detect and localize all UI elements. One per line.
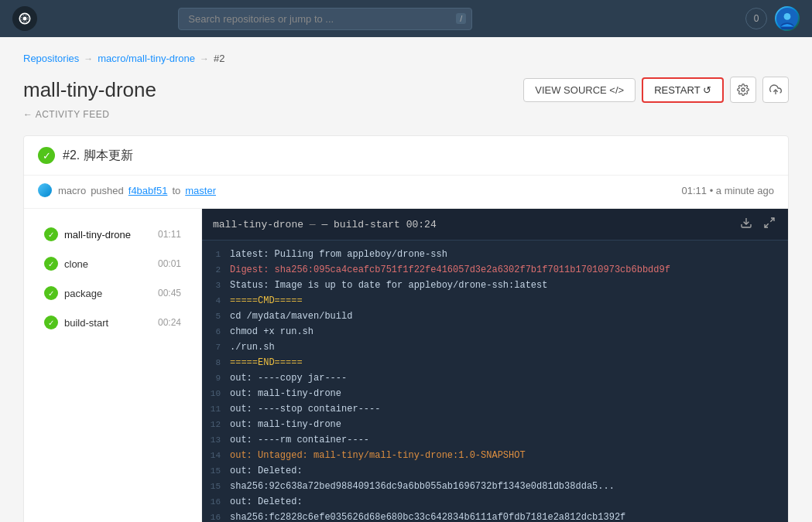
breadcrumb-repositories[interactable]: Repositories [23, 53, 79, 64]
avatar[interactable] [775, 6, 800, 31]
log-line: 4=====CMD===== [202, 293, 788, 309]
log-line: 11out: ----stop container---- [202, 401, 788, 417]
log-line-number: 15 [202, 479, 230, 493]
log-line-text: out: ----stop container---- [230, 402, 380, 416]
log-line-number: 13 [202, 433, 230, 447]
build-card: ✓ #2. 脚本更新 macro pushed f4babf51 to mast… [23, 135, 789, 522]
step-item-package[interactable]: ✓ package 00:45 [36, 280, 189, 306]
header-actions: VIEW SOURCE </> RESTART ↺ [523, 77, 789, 103]
restart-label: RESTART ↺ [654, 84, 711, 96]
log-line-text: out: Untagged: mall-tiny/mall-tiny-drone… [230, 449, 526, 462]
log-line-number: 14 [202, 449, 230, 462]
build-meta-left: macro pushed f4babf51 to master [38, 183, 216, 197]
svg-line-9 [770, 218, 774, 222]
log-line: 5cd /mydata/maven/build [202, 309, 788, 324]
log-line: 16sha256:fc2828c6efe035626d68e680bc33c64… [202, 510, 788, 522]
build-meta: macro pushed f4babf51 to master 01:11 • … [24, 176, 788, 208]
step-left: ✓ package [44, 286, 102, 300]
step-time: 00:45 [158, 288, 181, 299]
log-line: 13out: ----rm container---- [202, 432, 788, 448]
activity-feed-link[interactable]: ← ACTIVITY FEED [23, 109, 789, 120]
log-line-text: ./run.sh [230, 340, 275, 354]
step-item-clone[interactable]: ✓ clone 00:01 [36, 251, 189, 277]
meta-action: pushed [91, 185, 124, 196]
svg-line-10 [765, 223, 769, 227]
meta-to: to [172, 185, 180, 196]
step-check-icon: ✓ [44, 227, 58, 241]
activity-feed-label: ← ACTIVITY FEED [23, 109, 109, 120]
log-line-number: 3 [202, 278, 230, 292]
step-name: clone [64, 258, 88, 270]
log-line-number: 16 [202, 495, 230, 509]
breadcrumb-repo[interactable]: macro/mall-tiny-drone [98, 53, 195, 64]
step-name: build-start [64, 317, 108, 329]
logo[interactable] [12, 6, 37, 31]
step-name: package [64, 288, 102, 299]
notification-badge[interactable]: 0 [745, 8, 767, 29]
log-header: mall-tiny-drone — — build-start 00:24 [202, 209, 788, 241]
breadcrumb-arrow-1: → [84, 53, 93, 64]
log-line: 8=====END===== [202, 355, 788, 370]
branch-link[interactable]: master [185, 185, 216, 196]
step-name: mall-tiny-drone [64, 229, 131, 241]
log-line-text: sha256:fc2828c6efe035626d68e680bc33c6428… [230, 510, 625, 522]
log-line-number: 5 [202, 309, 230, 323]
restart-button[interactable]: RESTART ↺ [642, 77, 724, 103]
log-line-number: 1 [202, 247, 230, 261]
log-line-text: out: ----copy jar---- [230, 371, 347, 385]
step-item-build-start[interactable]: ✓ build-start 00:24 [36, 309, 189, 336]
log-line-text: out: mall-tiny-drone [230, 387, 341, 401]
step-left: ✓ clone [44, 257, 88, 271]
step-item-mall-tiny-drone[interactable]: ✓ mall-tiny-drone 01:11 [36, 221, 189, 247]
log-line-text: latest: Pulling from appleboy/drone-ssh [230, 247, 447, 261]
build-status-icon: ✓ [38, 147, 55, 164]
build-title: #2. 脚本更新 [63, 148, 133, 164]
svg-point-5 [784, 13, 791, 20]
log-expand-button[interactable] [762, 215, 777, 234]
log-line-text: Status: Image is up to date for appleboy… [230, 278, 547, 292]
main-content: Repositories → macro/mall-tiny-drone → #… [0, 37, 812, 522]
log-line-text: Digest: sha256:095ca4ceafcb751f1f22fe416… [230, 263, 670, 277]
log-download-button[interactable] [738, 215, 754, 234]
build-time: 01:11 [681, 185, 707, 196]
cloud-upload-button[interactable] [762, 77, 789, 103]
build-description: 脚本更新 [84, 148, 133, 162]
step-time: 00:24 [158, 317, 181, 328]
log-line-text: sha256:92c638a72bed988409136dc9a6bb055ab… [230, 479, 615, 493]
log-line: 15sha256:92c638a72bed988409136dc9a6bb055… [202, 479, 788, 494]
log-line-number: 15 [202, 464, 230, 478]
log-line-text: =====CMD===== [230, 294, 303, 308]
log-line-number: 8 [202, 356, 230, 370]
view-source-button[interactable]: VIEW SOURCE </> [523, 78, 636, 102]
step-time: 00:01 [158, 258, 181, 269]
search-input[interactable] [178, 8, 472, 30]
log-line: 2Digest: sha256:095ca4ceafcb751f1f22fe41… [202, 262, 788, 278]
log-line-number: 10 [202, 387, 230, 401]
search-container: / [178, 8, 472, 30]
settings-button[interactable] [730, 77, 756, 103]
build-header: ✓ #2. 脚本更新 [24, 136, 788, 176]
log-panel: mall-tiny-drone — — build-start 00:24 [202, 209, 788, 522]
log-line: 16out: Deleted: [202, 494, 788, 510]
log-line-number: 4 [202, 294, 230, 308]
log-line: 3Status: Image is up to date for applebo… [202, 278, 788, 293]
log-line-number: 16 [202, 510, 230, 522]
log-line-text: =====END===== [230, 356, 303, 370]
topnav: / 0 [0, 0, 812, 37]
log-line-text: cd /mydata/maven/build [230, 309, 352, 323]
meta-user: macro [58, 185, 86, 196]
log-line-number: 2 [202, 263, 230, 277]
log-line-number: 6 [202, 325, 230, 339]
breadcrumb-arrow-2: → [200, 53, 209, 64]
log-line-text: out: ----rm container---- [230, 433, 369, 447]
step-check-icon: ✓ [44, 316, 58, 329]
step-check-icon: ✓ [44, 286, 58, 300]
log-line: 1latest: Pulling from appleboy/drone-ssh [202, 247, 788, 262]
step-time: 01:11 [158, 229, 181, 240]
build-number: #2. [63, 148, 80, 162]
log-line-text: out: Deleted: [230, 495, 303, 509]
page-title: mall-tiny-drone [23, 78, 156, 102]
commit-hash-link[interactable]: f4babf51 [128, 185, 168, 196]
log-body[interactable]: 1latest: Pulling from appleboy/drone-ssh… [202, 241, 788, 522]
view-source-label: VIEW SOURCE </> [535, 84, 624, 96]
